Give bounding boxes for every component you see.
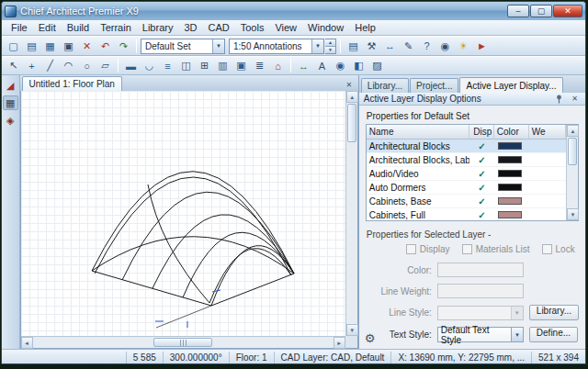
scroll-down-icon[interactable]: ▼ <box>567 208 579 220</box>
door-icon[interactable]: ◫ <box>177 58 195 74</box>
redo-icon[interactable]: ↷ <box>115 38 132 54</box>
menu-file[interactable]: File <box>6 21 33 35</box>
select-objects-icon[interactable]: ↖ <box>5 58 22 74</box>
menu-edit[interactable]: Edit <box>33 21 62 35</box>
table-row[interactable]: Architectural Blocks, Labels ✓ <box>367 153 566 167</box>
open-plan-icon[interactable]: ▤ <box>23 38 40 54</box>
elevation-icon[interactable]: ◧ <box>350 58 368 74</box>
chevron-down-icon[interactable]: ▼ <box>311 39 323 53</box>
table-scrollbar[interactable]: ▲ ▼ <box>566 125 578 220</box>
tape-measure-icon[interactable]: ↔ <box>381 38 399 54</box>
vertical-scroll-thumb[interactable] <box>347 104 356 142</box>
tab-project[interactable]: Project... <box>410 78 458 93</box>
tab-floor-plan[interactable]: Untitled 1: Floor Plan <box>22 76 122 91</box>
horizontal-scroll-thumb[interactable] <box>153 338 212 347</box>
scroll-up-icon[interactable]: ▲ <box>346 91 358 103</box>
canvas-horizontal-scrollbar[interactable]: ◄ ► <box>21 336 345 348</box>
table-row[interactable]: Cabinets, Base ✓ <box>367 195 566 208</box>
material-painter-icon[interactable]: ▨ <box>368 58 386 74</box>
scroll-right-icon[interactable]: ► <box>334 337 345 349</box>
undo-icon[interactable]: ↶ <box>96 38 114 54</box>
roof-tools-icon[interactable]: ◢ <box>3 78 18 93</box>
menu-build[interactable]: Build <box>62 21 95 35</box>
section-tools-icon[interactable]: ◈ <box>3 113 18 128</box>
spinner-up-icon[interactable]: ▲ <box>325 39 335 46</box>
curved-wall-icon[interactable]: ◡ <box>141 58 158 74</box>
menu-tools[interactable]: Tools <box>235 21 270 35</box>
new-plan-icon[interactable]: ▢ <box>5 38 22 54</box>
roof-plane-icon[interactable]: ⌂ <box>269 58 287 74</box>
floor-tools-icon[interactable]: ▦ <box>3 95 18 110</box>
menu-help[interactable]: Help <box>349 21 381 35</box>
menu-terrain[interactable]: Terrain <box>95 21 137 35</box>
place-point-icon[interactable]: + <box>23 58 40 74</box>
close-button[interactable]: ✕ <box>553 5 582 17</box>
line-style-select[interactable]: ▼ <box>437 306 524 320</box>
canvas-vertical-scrollbar[interactable]: ▲ ▼ <box>345 91 357 336</box>
annotation-scale-combo[interactable]: 1:50 Annotations ▼ <box>229 39 324 54</box>
draw-line-icon[interactable]: ╱ <box>41 58 59 74</box>
camera-view-icon[interactable]: ◉ <box>436 38 454 54</box>
pin-panel-icon[interactable] <box>553 93 565 105</box>
straight-wall-icon[interactable]: ▬ <box>122 58 140 74</box>
draw-circle-icon[interactable]: ○ <box>78 58 96 74</box>
full-camera-icon[interactable]: ◉ <box>332 58 349 74</box>
minimize-button[interactable]: – <box>507 5 529 17</box>
maximize-button[interactable]: ▢ <box>530 5 552 17</box>
dimension-icon[interactable]: ↔ <box>295 58 312 74</box>
column-name[interactable]: Name <box>367 125 469 139</box>
library-button[interactable]: Library... <box>529 305 579 320</box>
default-set-combo[interactable]: Default Set ▼ <box>141 39 225 54</box>
menu-cad[interactable]: CAD <box>202 21 234 35</box>
define-button[interactable]: Define... <box>529 327 578 342</box>
close-view-icon[interactable]: ✕ <box>78 38 96 54</box>
fixture-icon[interactable]: ▣ <box>232 58 250 74</box>
draw-polyline-icon[interactable]: ▱ <box>96 58 114 74</box>
lock-checkbox[interactable]: Lock <box>542 244 575 254</box>
close-panel-icon[interactable]: ✕ <box>569 93 581 105</box>
close-tab-icon[interactable]: ✕ <box>343 79 356 91</box>
layer-display-options-icon[interactable]: ▤ <box>345 38 362 54</box>
print-icon[interactable]: ▣ <box>60 38 77 54</box>
scroll-up-icon[interactable]: ▲ <box>567 125 579 137</box>
walkthrough-icon[interactable]: ► <box>473 38 491 54</box>
spinner-down-icon[interactable]: ▼ <box>325 46 335 53</box>
materials-list-checkbox[interactable]: Materials List <box>462 244 530 254</box>
text-style-icon[interactable]: ✎ <box>400 38 417 54</box>
display-checkbox[interactable]: Display <box>406 244 450 254</box>
straight-railing-icon[interactable]: ≡ <box>159 58 176 74</box>
tab-active-layer-display[interactable]: Active Layer Display... <box>459 77 562 93</box>
table-row[interactable]: Architectural Blocks ✓ <box>367 140 566 153</box>
menu-3d[interactable]: 3D <box>178 21 202 35</box>
window-icon[interactable]: ⊞ <box>196 58 213 74</box>
text-style-select[interactable]: Default Text Style ▼ <box>437 327 524 342</box>
table-row[interactable]: Audio/Video ✓ <box>367 167 566 181</box>
chevron-down-icon[interactable]: ▼ <box>212 39 224 53</box>
panel-settings-gear-icon[interactable]: ⚙ <box>365 331 376 345</box>
column-disp[interactable]: Disp <box>469 125 494 139</box>
app-window: Chief Architect Premier X9 – ▢ ✕ File Ed… <box>1 1 586 364</box>
scroll-left-icon[interactable]: ◄ <box>21 337 33 349</box>
line-weight-input[interactable] <box>437 284 524 298</box>
column-color[interactable]: Color <box>494 125 529 139</box>
help-icon[interactable]: ? <box>418 38 435 54</box>
save-plan-icon[interactable]: ▦ <box>41 38 59 54</box>
menu-window[interactable]: Window <box>302 21 349 35</box>
menu-library[interactable]: Library <box>137 21 179 35</box>
floor-plan-canvas[interactable] <box>21 91 345 336</box>
table-row[interactable]: Cabinets, Full ✓ <box>367 208 566 220</box>
cabinet-icon[interactable]: ▥ <box>214 58 232 74</box>
column-weight[interactable]: We <box>529 125 566 139</box>
text-tool-icon[interactable]: A <box>313 58 331 74</box>
layer-color-button[interactable] <box>437 263 524 277</box>
tab-library[interactable]: Library... <box>361 78 409 93</box>
stairs-icon[interactable]: ≣ <box>251 58 268 74</box>
scroll-down-icon[interactable]: ▼ <box>346 324 358 336</box>
draw-arc-icon[interactable]: ◠ <box>60 58 77 74</box>
adjust-wrench-icon[interactable]: ⚒ <box>363 38 380 54</box>
sun-angle-icon[interactable]: ☀ <box>455 38 472 54</box>
table-row[interactable]: Auto Dormers ✓ <box>367 181 566 195</box>
menu-view[interactable]: View <box>269 21 302 35</box>
color-label: Color: <box>366 265 432 275</box>
table-scroll-thumb[interactable] <box>568 138 577 165</box>
